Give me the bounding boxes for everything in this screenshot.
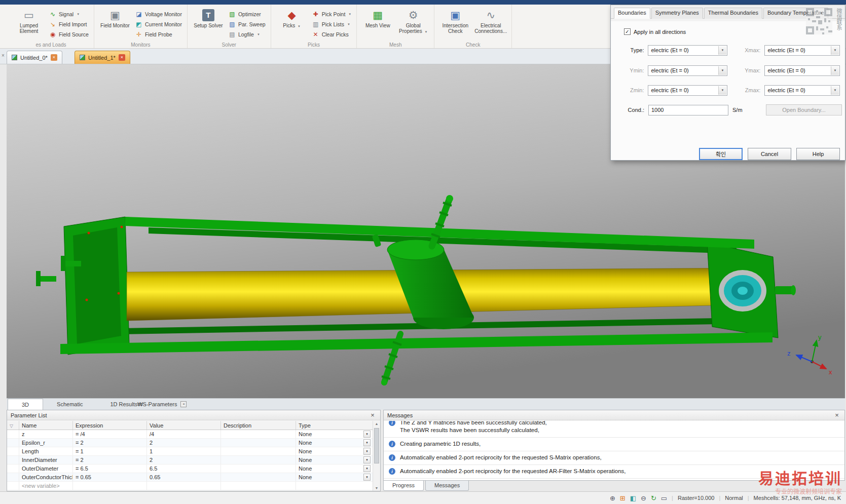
clear-picks-button[interactable]: ✕ Clear Picks	[312, 29, 352, 39]
optimizer-label: Optimizer	[238, 11, 261, 17]
signal-button[interactable]: ∿ Signal ▼	[49, 9, 89, 19]
par-sweep-label: Par. Sweep	[238, 21, 266, 27]
pick-point-icon: ✚	[312, 11, 320, 18]
chevron-down-icon[interactable]	[831, 86, 839, 95]
tab-schematic[interactable]: Schematic	[43, 399, 96, 410]
xmax-select[interactable]: electric (Et = 0)	[764, 45, 840, 56]
tab-boundaries[interactable]: Boundaries	[614, 8, 650, 19]
field-source-button[interactable]: ◉ Field Source	[49, 29, 89, 39]
scroll-down-icon[interactable]: ▼	[373, 486, 380, 490]
boundary-row-zmin-zmax: Zmin: electric (Et = 0) Zmax: electric (…	[618, 85, 840, 96]
close-tab-icon[interactable]: ×	[119, 54, 125, 61]
table-row-new-variable[interactable]: <new variable>	[7, 482, 373, 490]
type-dropdown-icon[interactable]	[363, 474, 371, 481]
electrical-connections-button[interactable]: ∿ Electrical Connections...	[475, 7, 506, 34]
col-value[interactable]: Value	[147, 421, 221, 430]
zmin-select[interactable]: electric (Et = 0)	[648, 85, 727, 96]
zoom-in-icon[interactable]: ⊕	[610, 494, 615, 502]
separator: |	[672, 495, 673, 501]
apply-all-checkbox[interactable]	[624, 28, 631, 35]
par-sweep-button[interactable]: ▨ Par. Sweep	[228, 19, 266, 29]
ymin-select[interactable]: electric (Et = 0)	[648, 65, 727, 76]
mesh-view-button[interactable]: ▦ Mesh View	[362, 7, 393, 28]
open-boundary-button[interactable]: Open Boundary...	[766, 104, 842, 115]
zoom-out-icon[interactable]: ⊖	[641, 494, 646, 502]
col-expression[interactable]: Expression	[73, 421, 147, 430]
type-dropdown-icon[interactable]	[363, 448, 371, 455]
document-tab-untitled-1[interactable]: Untitled_1* ×	[75, 51, 130, 64]
ribbon-group-solver: T Setup Solver ▧ Optimizer ▨ Par. Sweep …	[188, 5, 271, 48]
picks-button[interactable]: ◆ Picks ▼	[276, 7, 308, 29]
cancel-button[interactable]: Cancel	[748, 148, 791, 160]
filter-icon[interactable]	[10, 422, 13, 429]
status-bar: ⊕ ⊞ ◧ ⊖ ↻ ▭ | Raster=10.000 | Normal | M…	[0, 491, 846, 504]
zmax-select[interactable]: electric (Et = 0)	[764, 85, 840, 96]
messages-header: Messages	[384, 410, 844, 420]
voltage-monitor-button[interactable]: ◪ Voltage Monitor	[135, 9, 182, 19]
pick-point-button[interactable]: ✚ Pick Point ▼	[312, 9, 352, 19]
chevron-down-icon[interactable]	[831, 66, 839, 75]
model-icon	[12, 55, 17, 60]
conductivity-row: Cond.: 1000 S/m Open Boundary...	[618, 104, 840, 115]
setup-solver-button[interactable]: T Setup Solver	[193, 7, 224, 28]
tab-symmetry-planes[interactable]: Symmetry Planes	[651, 8, 703, 19]
tab-thermal-boundaries[interactable]: Thermal Boundaries	[704, 8, 762, 19]
ok-button[interactable]: 확인	[699, 148, 743, 160]
parameter-list-panel: Parameter List Name Expression Value Des…	[7, 410, 381, 491]
current-monitor-button[interactable]: ◩ Current Monitor	[135, 19, 182, 29]
ymax-select[interactable]: electric (Et = 0)	[764, 65, 840, 76]
type-dropdown-icon[interactable]	[363, 439, 371, 446]
type-dropdown-icon[interactable]	[363, 465, 371, 472]
col-description[interactable]: Description	[221, 421, 296, 430]
chevron-down-icon: ▼	[257, 33, 260, 36]
scrollbar-thumb[interactable]	[374, 428, 379, 463]
type-dropdown-icon[interactable]	[363, 456, 371, 463]
global-properties-button[interactable]: ⚙ Global Properties ▼	[397, 7, 429, 35]
chevron-down-icon[interactable]	[718, 66, 726, 75]
table-row[interactable]: OuterConductorThick...= 0.650.65 None	[7, 473, 373, 482]
messages-panel: Messages The Z and Y matrices have been …	[383, 410, 845, 481]
type-select[interactable]: electric (Et = 0)	[648, 45, 727, 56]
close-icon[interactable]	[369, 411, 377, 419]
lumped-element-button[interactable]: ▭ Lumped Element	[13, 7, 45, 34]
fit-view-icon[interactable]: ⊞	[620, 494, 626, 502]
field-probe-label: Field Probe	[145, 31, 172, 37]
tab-boundary-temperature[interactable]: Boundary Temperature	[763, 8, 828, 19]
cond-input[interactable]: 1000	[648, 105, 728, 115]
intersection-check-button[interactable]: ▣ Intersection Check	[439, 7, 471, 34]
table-row[interactable]: OuterDiameter= 6.56.5 None	[7, 464, 373, 473]
close-tab-icon[interactable]: ×	[51, 54, 57, 61]
type-dropdown-icon[interactable]	[363, 431, 371, 438]
boundary-conditions-dialog: Boundaries Symmetry Planes Thermal Bound…	[610, 5, 845, 161]
screen-icon[interactable]: ▭	[661, 494, 667, 502]
tab-progress[interactable]: Progress	[383, 481, 424, 491]
layers-icon[interactable]: ◧	[630, 494, 636, 502]
chevron-down-icon[interactable]	[831, 46, 839, 55]
col-type[interactable]: Type	[296, 421, 373, 430]
scroll-up-icon[interactable]: ▲	[373, 422, 380, 425]
tab-messages[interactable]: Messages	[425, 481, 469, 491]
table-row[interactable]: Epsilon_r= 22 None	[7, 439, 373, 447]
chevron-down-icon[interactable]	[718, 86, 726, 95]
logfile-button[interactable]: ▤ Logfile ▼	[228, 29, 266, 39]
left-end-plate[interactable]	[64, 217, 129, 355]
vertical-scrollbar[interactable]: ▲ ▼	[373, 421, 380, 491]
chevron-down-icon[interactable]	[718, 46, 726, 55]
table-row[interactable]: InnerDiameter= 22 None	[7, 456, 373, 464]
col-name[interactable]: Name	[19, 421, 73, 430]
table-row[interactable]: Length= 11 None	[7, 447, 373, 456]
close-tab-icon[interactable]: ×	[180, 401, 187, 407]
refresh-icon[interactable]: ↻	[651, 494, 656, 502]
optimizer-button[interactable]: ▧ Optimizer	[228, 9, 266, 19]
table-row[interactable]: z= /4/4 None	[7, 430, 373, 439]
field-import-button[interactable]: ↘ Field Import	[49, 19, 89, 29]
close-icon[interactable]	[833, 411, 841, 419]
field-monitor-button[interactable]: ▣ Field Monitor	[99, 7, 131, 28]
close-icon[interactable]: ×	[2, 53, 5, 58]
tab-3d[interactable]: 3D	[8, 399, 43, 410]
document-tab-untitled-0[interactable]: Untitled_0* ×	[7, 51, 62, 64]
pick-lists-button[interactable]: ▥ Pick Lists ▼	[312, 19, 352, 29]
help-button[interactable]: Help	[796, 148, 840, 160]
field-probe-button[interactable]: ✛ Field Probe	[135, 29, 182, 39]
tab-1d-results[interactable]: 1D Results₩S-Parameters ×	[96, 399, 200, 410]
